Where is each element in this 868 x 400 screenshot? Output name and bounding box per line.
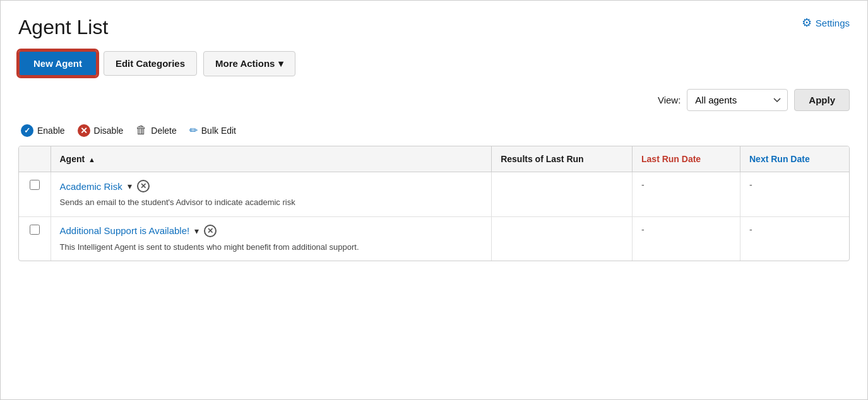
enable-label: Enable — [37, 126, 65, 136]
more-actions-button[interactable]: More Actions ▾ — [203, 51, 295, 76]
view-label: View: — [658, 95, 681, 105]
results-cell — [492, 172, 633, 217]
col-header-next-run: Next Run Date — [740, 146, 850, 172]
chevron-down-icon: ▾ — [278, 58, 283, 69]
agent-name-link[interactable]: Academic Risk ▾ ✕ — [60, 180, 483, 192]
next-run-cell: - — [740, 172, 850, 217]
toolbar-row: New Agent Edit Categories More Actions ▾ — [18, 50, 850, 76]
next-run-cell: - — [740, 216, 850, 261]
page-title: Agent List — [18, 16, 108, 39]
agent-name-text: Additional Support is Available! — [60, 225, 190, 236]
disable-label: Disable — [94, 126, 124, 136]
sort-asc-icon: ▲ — [88, 156, 95, 163]
chevron-down-icon: ▾ — [194, 226, 199, 236]
row-checkbox-cell — [19, 172, 51, 217]
last-run-cell: - — [633, 216, 740, 261]
table-row: Academic Risk ▾ ✕ Sends an email to the … — [19, 172, 849, 217]
agent-name-text: Academic Risk — [60, 181, 122, 192]
delete-button[interactable]: 🗑 Delete — [136, 124, 176, 137]
col-header-last-run: Last Run Date — [633, 146, 740, 172]
edit-categories-label: Edit Categories — [116, 58, 185, 69]
enable-icon: ✓ — [21, 124, 33, 137]
row-checkbox[interactable] — [30, 225, 40, 235]
x-circle-icon[interactable]: ✕ — [137, 180, 150, 192]
settings-label: Settings — [816, 18, 850, 28]
col-header-agent[interactable]: Agent ▲ — [51, 146, 492, 172]
bulk-edit-button[interactable]: ✏ Bulk Edit — [189, 124, 236, 136]
agent-cell: Academic Risk ▾ ✕ Sends an email to the … — [51, 172, 492, 217]
bulk-edit-label: Bulk Edit — [201, 126, 236, 136]
chevron-down-icon: ▾ — [128, 181, 132, 191]
table-body: Academic Risk ▾ ✕ Sends an email to the … — [19, 172, 849, 261]
disable-button[interactable]: ✕ Disable — [78, 124, 124, 137]
view-row: View: All agents Active agents Inactive … — [18, 89, 850, 111]
row-checkbox[interactable] — [30, 180, 40, 190]
agent-name-link[interactable]: Additional Support is Available! ▾ ✕ — [60, 225, 483, 237]
x-circle-icon[interactable]: ✕ — [204, 225, 217, 237]
agent-table: Agent ▲ Results of Last Run Last Run Dat… — [19, 146, 849, 261]
new-agent-button[interactable]: New Agent — [18, 50, 97, 76]
trash-icon: 🗑 — [136, 124, 147, 137]
last-run-cell: - — [633, 172, 740, 217]
disable-icon: ✕ — [78, 124, 90, 137]
page-container: Agent List ⚙ Settings New Agent Edit Cat… — [0, 0, 868, 400]
pencil-icon: ✏ — [189, 124, 198, 136]
agent-table-wrapper: Agent ▲ Results of Last Run Last Run Dat… — [18, 146, 850, 261]
agent-description: This Intelligent Agent is sent to studen… — [60, 241, 483, 254]
col-header-check — [19, 146, 51, 172]
view-select[interactable]: All agents Active agents Inactive agents — [687, 89, 788, 111]
bulk-actions-row: ✓ Enable ✕ Disable 🗑 Delete ✏ Bulk Edit — [18, 124, 850, 137]
settings-link[interactable]: ⚙ Settings — [802, 16, 850, 30]
more-actions-label: More Actions — [215, 58, 275, 69]
edit-categories-button[interactable]: Edit Categories — [104, 51, 197, 76]
gear-icon: ⚙ — [802, 16, 812, 30]
apply-button[interactable]: Apply — [794, 89, 850, 111]
table-header-row: Agent ▲ Results of Last Run Last Run Dat… — [19, 146, 849, 172]
results-cell — [492, 216, 633, 261]
agent-description: Sends an email to the student's Advisor … — [60, 196, 483, 209]
agent-cell: Additional Support is Available! ▾ ✕ Thi… — [51, 216, 492, 261]
enable-button[interactable]: ✓ Enable — [21, 124, 65, 137]
table-row: Additional Support is Available! ▾ ✕ Thi… — [19, 216, 849, 261]
delete-label: Delete — [151, 126, 176, 136]
row-checkbox-cell — [19, 216, 51, 261]
header-row: Agent List ⚙ Settings — [18, 16, 850, 39]
col-header-results: Results of Last Run — [492, 146, 633, 172]
